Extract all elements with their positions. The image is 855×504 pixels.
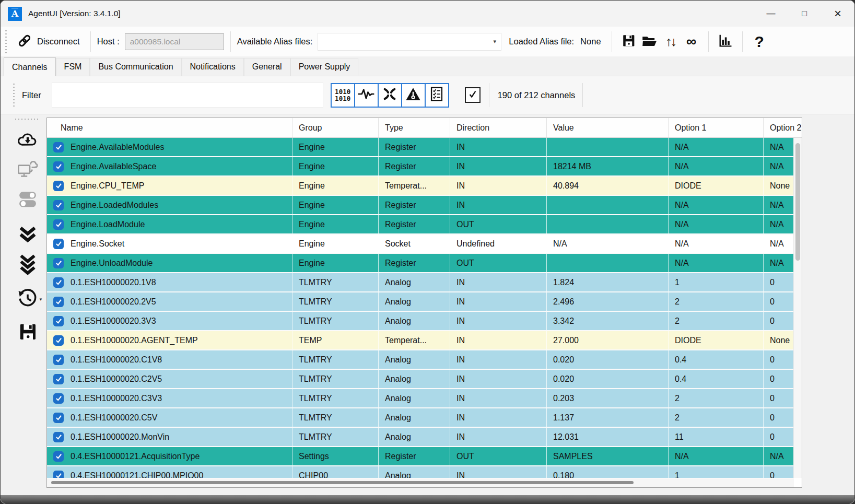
tab[interactable]: Notifications	[182, 58, 244, 76]
chart-button[interactable]	[715, 30, 736, 53]
table-row[interactable]: Engine.LoadedModules Engine Register IN …	[47, 196, 802, 215]
tab[interactable]: FSM	[56, 58, 90, 76]
row-checkbox[interactable]	[53, 451, 64, 462]
option1-cell: 2	[669, 312, 764, 330]
table-row[interactable]: 0.1.ESH10000020.MonVin TLMTRY Analog IN …	[47, 428, 802, 447]
table-row[interactable]: Engine.UnloadModule Engine Register OUT …	[47, 254, 802, 273]
row-checkbox[interactable]	[53, 335, 64, 346]
save-channels-button[interactable]	[16, 321, 40, 345]
history-button[interactable]: ▼	[16, 287, 40, 311]
value-cell	[547, 196, 669, 214]
type-cell: Temperat...	[379, 331, 450, 349]
row-checkbox[interactable]	[53, 161, 64, 172]
row-checkbox[interactable]	[53, 277, 64, 288]
help-button[interactable]: ?	[749, 30, 770, 53]
row-checkbox[interactable]	[53, 355, 64, 365]
vertical-scrollbar[interactable]	[793, 138, 802, 478]
maximize-button[interactable]: □	[788, 1, 821, 27]
temperature-channels-filter-button[interactable]	[401, 83, 426, 108]
row-checkbox[interactable]	[53, 258, 64, 268]
table-row[interactable]: 0.1.ESH10000020.C2V5 TLMTRY Analog IN 0.…	[47, 370, 802, 389]
filter-input[interactable]	[52, 83, 323, 108]
x-arrows-icon	[382, 87, 397, 103]
pc-cloud-sync-button[interactable]	[16, 158, 40, 182]
name-cell: 0.1.ESH10000020.C2V5	[47, 370, 292, 388]
digital-channels-filter-button[interactable]: 1010 1010	[331, 83, 355, 108]
column-header-option2[interactable]: Option 2	[764, 118, 802, 137]
group-cell: TLMTRY	[292, 350, 379, 369]
tab[interactable]: Power Supply	[290, 58, 359, 76]
side-toolbar-grip[interactable]	[15, 119, 40, 120]
history-dropdown-caret-icon[interactable]: ▼	[39, 297, 43, 302]
disconnect-button[interactable]: Disconnect	[12, 31, 84, 53]
table-row[interactable]: 0.1.ESH10000020.C1V8 TLMTRY Analog IN 0.…	[47, 350, 802, 370]
host-input[interactable]	[125, 33, 224, 50]
toggle-switches-button[interactable]	[16, 188, 40, 212]
loop-button[interactable]: ∞	[681, 30, 702, 53]
table-row[interactable]: 0.1.ESH10000020.C3V3 TLMTRY Analog IN 0.…	[47, 389, 802, 408]
table-row[interactable]: 0.4.ESH10000121.CHIP00.MPIO00 CHIP00 Ana…	[47, 466, 802, 478]
tab[interactable]: Bus Communication	[90, 58, 181, 76]
expand-all-deep-button[interactable]	[16, 254, 40, 278]
horizontal-scrollbar-thumb[interactable]	[51, 481, 634, 484]
table-row[interactable]: Engine.CPU_TEMP Engine Temperat... IN 40…	[47, 177, 802, 196]
table-row[interactable]: 0.1.ESH10000020.AGENT_TEMP TEMP Temperat…	[47, 331, 802, 350]
direction-cell: IN	[450, 177, 547, 195]
group-cell: TEMP	[292, 331, 379, 349]
toolbar-grip[interactable]	[5, 30, 7, 53]
sort-updown-button[interactable]: ↑↓	[660, 30, 681, 53]
type-cell: Analog	[379, 350, 450, 369]
row-checkbox[interactable]	[53, 297, 64, 307]
column-header-name[interactable]: Name	[47, 118, 292, 137]
table-row[interactable]: Engine.LoadModule Engine Register OUT N/…	[47, 215, 802, 235]
socket-channels-filter-button[interactable]	[378, 83, 402, 108]
type-cell: Analog	[379, 312, 450, 330]
row-checkbox[interactable]	[53, 432, 64, 442]
expand-all-button[interactable]	[16, 224, 40, 248]
table-row[interactable]: 0.1.ESH10000020.1V8 TLMTRY Analog IN 1.8…	[47, 273, 802, 292]
table-row[interactable]: 0.1.ESH10000020.C5V TLMTRY Analog IN 1.1…	[47, 408, 802, 428]
row-checkbox[interactable]	[53, 471, 64, 478]
open-alias-button[interactable]	[639, 30, 660, 53]
table-row[interactable]: 0.1.ESH10000020.2V5 TLMTRY Analog IN 2.4…	[47, 292, 802, 312]
column-header-value[interactable]: Value	[547, 118, 669, 137]
table-row[interactable]: 0.4.ESH10000121.AcquisitionType Settings…	[47, 447, 802, 466]
row-checkbox[interactable]	[53, 239, 64, 249]
minimize-button[interactable]: —	[754, 1, 788, 27]
select-all-checkbox[interactable]	[465, 87, 481, 103]
table-rows-viewport: Engine.AvailableModules Engine Register …	[47, 138, 802, 478]
row-checkbox[interactable]	[53, 200, 64, 210]
save-alias-button[interactable]	[618, 30, 639, 53]
column-header-group[interactable]: Group	[292, 118, 379, 137]
row-checkbox[interactable]	[53, 142, 64, 153]
row-checkbox[interactable]	[53, 413, 64, 423]
horizontal-scrollbar[interactable]	[47, 478, 794, 487]
register-channels-filter-button[interactable]	[425, 83, 449, 108]
column-header-option1[interactable]: Option 1	[669, 118, 764, 137]
tab[interactable]: General	[244, 58, 290, 76]
chain-link-icon	[16, 33, 33, 51]
table-row[interactable]: 0.1.ESH10000020.3V3 TLMTRY Analog IN 3.3…	[47, 312, 802, 331]
row-checkbox[interactable]	[53, 393, 64, 404]
cloud-download-button[interactable]	[16, 127, 40, 151]
column-header-type[interactable]: Type	[379, 118, 450, 137]
table-row[interactable]: Engine.AvailableSpace Engine Register IN…	[47, 157, 802, 177]
checkmark-icon	[468, 89, 477, 101]
table-row[interactable]: Engine.Socket Engine Socket Undefined N/…	[47, 235, 802, 254]
vertical-scrollbar-thumb[interactable]	[795, 143, 800, 261]
group-cell: Engine	[292, 215, 379, 233]
option1-cell: 11	[669, 428, 764, 446]
option1-cell: 2	[669, 389, 764, 407]
column-header-direction[interactable]: Direction	[450, 118, 547, 137]
table-row[interactable]: Engine.AvailableModules Engine Register …	[47, 138, 802, 157]
row-checkbox[interactable]	[53, 219, 64, 230]
infinity-loop-icon: ∞	[686, 34, 696, 49]
row-checkbox[interactable]	[53, 181, 64, 191]
row-checkbox[interactable]	[53, 316, 64, 326]
alias-files-combobox[interactable]: ▾	[318, 33, 501, 51]
tab[interactable]: Channels	[4, 57, 56, 76]
row-checkbox[interactable]	[53, 374, 64, 384]
close-button[interactable]: ×	[821, 1, 854, 27]
filterbar-grip[interactable]	[13, 84, 15, 107]
analog-channels-filter-button[interactable]	[354, 83, 379, 108]
